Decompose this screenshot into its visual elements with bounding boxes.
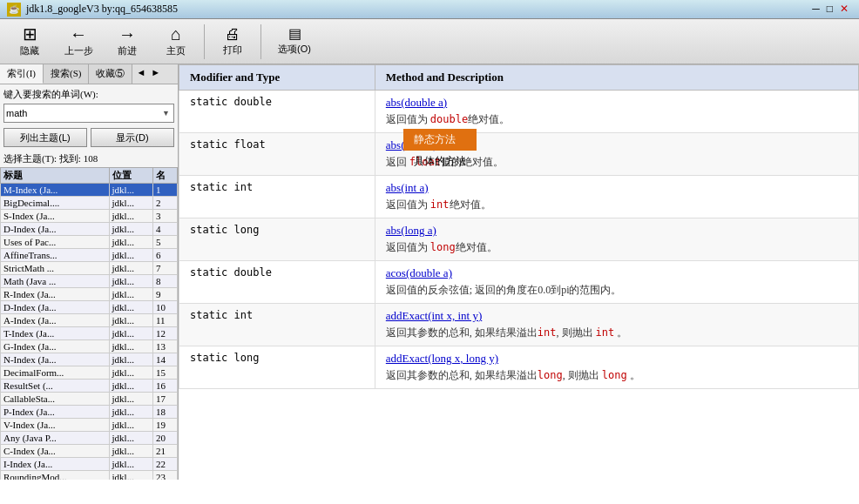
tab-index[interactable]: 索引(I) (0, 64, 44, 84)
col-num: 名 (152, 168, 177, 184)
table-row[interactable]: A-Index (Ja... jdkl... 11 (1, 314, 178, 327)
display-button[interactable]: 显示(D) (91, 128, 174, 147)
cell-num: 14 (152, 353, 177, 366)
cell-location: jdkl... (109, 380, 152, 393)
table-row[interactable]: Any (Java P... jdkl... 20 (1, 432, 178, 445)
method-table: Modifier and Type Method and Description… (179, 64, 859, 389)
table-row[interactable]: T-Index (Ja... jdkl... 12 (1, 327, 178, 340)
hide-button[interactable]: ⊞ 隐藏 (7, 22, 52, 62)
table-row[interactable]: AffineTrans... jdkl... 6 (1, 249, 178, 262)
table-row[interactable]: R-Index (Ja... jdkl... 9 (1, 288, 178, 301)
cell-num: 1 (152, 184, 177, 197)
cell-title: StrictMath ... (1, 262, 110, 275)
home-button[interactable]: ⌂ 主页 (153, 22, 199, 62)
dropdown-item-concrete[interactable]: 具体的方法 (403, 151, 477, 172)
table-row[interactable]: Uses of Pac... jdkl... 5 (1, 236, 178, 249)
method-detail: addExact(long x, long y) 返回其参数的总和, 如果结果溢… (375, 346, 858, 389)
cell-title: Any (Java P... (1, 432, 110, 445)
cell-num: 3 (152, 210, 177, 223)
print-button[interactable]: 🖨 打印 (210, 22, 255, 62)
cell-title: Math (Java ... (1, 275, 110, 288)
dropdown-item-static[interactable]: 静态方法 (403, 129, 477, 151)
table-row[interactable]: N-Index (Ja... jdkl... 14 (1, 353, 178, 366)
table-row[interactable]: DecimalForm... jdkl... 15 (1, 366, 178, 380)
table-row[interactable]: D-Index (Ja... jdkl... 4 (1, 223, 178, 236)
method-name-link[interactable]: addExact(long x, long y) (386, 352, 498, 365)
search-input[interactable] (6, 108, 160, 118)
back-button[interactable]: ← 上一步 (56, 22, 101, 62)
nav-left-btn[interactable]: ◄ (132, 64, 149, 84)
window-close[interactable]: ✕ (836, 3, 852, 16)
cell-location: jdkl... (109, 184, 152, 197)
table-row[interactable]: CallableSta... jdkl... 17 (1, 393, 178, 406)
tab-favorites[interactable]: 收藏⑤ (89, 64, 132, 84)
cell-title: D-Index (Ja... (1, 223, 110, 236)
table-row[interactable]: BigDecimal.... jdkl... 2 (1, 197, 178, 210)
back-icon: ← (70, 25, 87, 43)
options-icon: ▤ (288, 27, 301, 41)
table-row[interactable]: C-Index (Ja... jdkl... 21 (1, 445, 178, 458)
method-modifier: static long (179, 346, 375, 389)
back-label: 上一步 (64, 44, 93, 57)
table-row[interactable]: P-Index (Ja... jdkl... 18 (1, 406, 178, 419)
cell-num: 23 (152, 471, 177, 480)
cell-title: Uses of Pac... (1, 236, 110, 249)
table-row[interactable]: ResultSet (... jdkl... 16 (1, 380, 178, 393)
search-label: 键入要搜索的单词(W): (3, 88, 174, 101)
cell-location: jdkl... (109, 393, 152, 406)
method-desc: 返回值为 long绝对值。 (386, 240, 848, 255)
forward-button[interactable]: → 前进 (105, 22, 150, 62)
cell-num: 16 (152, 380, 177, 393)
method-row: static long addExact(long x, long y) 返回其… (179, 346, 859, 389)
method-row: static double abs(double a) 返回值为 double绝… (179, 91, 859, 133)
cell-num: 13 (152, 340, 177, 353)
col-modifier-type: Modifier and Type (179, 65, 375, 91)
method-name-link[interactable]: abs(long a) (386, 224, 436, 237)
cell-num: 22 (152, 458, 177, 471)
cell-num: 9 (152, 288, 177, 301)
cell-num: 2 (152, 197, 177, 210)
search-input-container: ▼ (3, 104, 174, 123)
table-row[interactable]: V-Index (Ja... jdkl... 19 (1, 419, 178, 432)
cell-location: jdkl... (109, 419, 152, 432)
method-name-link[interactable]: abs(double a) (386, 96, 447, 109)
cell-location: jdkl... (109, 327, 152, 340)
window-maximize[interactable]: □ (823, 3, 836, 16)
table-row[interactable]: D-Index (Ja... jdkl... 10 (1, 301, 178, 314)
method-name-link[interactable]: abs(int a) (386, 181, 429, 194)
cell-title: V-Index (Ja... (1, 419, 110, 432)
method-name-link[interactable]: addExact(int x, int y) (386, 309, 482, 322)
method-modifier: static int (179, 176, 375, 218)
table-row[interactable]: M-Index (Ja... jdkl... 1 (1, 184, 178, 197)
cell-location: jdkl... (109, 210, 152, 223)
window-minimize[interactable]: ─ (808, 3, 823, 16)
cell-title: BigDecimal.... (1, 197, 110, 210)
method-name-link[interactable]: acos(double a) (386, 266, 452, 279)
cell-location: jdkl... (109, 301, 152, 314)
table-row[interactable]: G-Index (Ja... jdkl... 13 (1, 340, 178, 353)
options-button[interactable]: ▤ 选项(O) (267, 22, 322, 62)
print-icon: 🖨 (225, 26, 240, 42)
table-row[interactable]: StrictMath ... jdkl... 7 (1, 262, 178, 275)
method-modifier: static double (179, 261, 375, 304)
search-dropdown-arrow[interactable]: ▼ (160, 109, 172, 118)
action-buttons: 列出主题(L) 显示(D) (0, 124, 178, 151)
table-row[interactable]: RoundingMod... jdkl... 23 (1, 471, 178, 480)
cell-title: S-Index (Ja... (1, 210, 110, 223)
cell-num: 20 (152, 432, 177, 445)
forward-label: 前进 (118, 44, 137, 57)
right-panel: 静态方法 具体的方法 Modifier and Type Method and … (179, 64, 859, 480)
nav-right-btn[interactable]: ► (149, 64, 162, 84)
tab-search[interactable]: 搜索(S) (44, 64, 89, 84)
list-topics-button[interactable]: 列出主题(L) (3, 128, 87, 147)
table-row[interactable]: I-Index (Ja... jdkl... 22 (1, 458, 178, 471)
home-label: 主页 (166, 44, 186, 57)
col-title: 标题 (1, 168, 110, 184)
cell-title: A-Index (Ja... (1, 314, 110, 327)
table-row[interactable]: Math (Java ... jdkl... 8 (1, 275, 178, 288)
method-row: static int addExact(int x, int y) 返回其参数的… (179, 304, 859, 346)
table-row[interactable]: S-Index (Ja... jdkl... 3 (1, 210, 178, 223)
method-desc: 返回其参数的总和, 如果结果溢出long, 则抛出 long 。 (386, 368, 848, 383)
method-desc: 返回值的反余弦值; 返回的角度在0.0到pi的范围内。 (386, 283, 848, 298)
topic-table[interactable]: 标题 位置 名 M-Index (Ja... jdkl... 1BigDecim… (0, 167, 178, 480)
